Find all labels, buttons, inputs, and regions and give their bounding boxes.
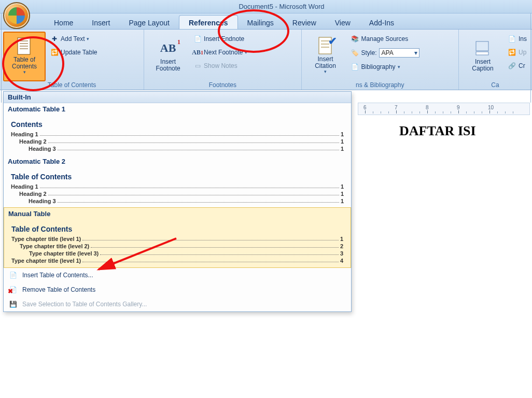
chevron-down-icon: ▾ [87,36,89,41]
table-of-contents-button[interactable]: Table of Contents ▾ [3,32,46,81]
add-text-icon: ✚ [50,35,59,43]
svg-rect-9 [476,41,488,51]
group-label-captions: Ca [462,81,528,90]
gallery-item-auto1[interactable]: Automatic Table 1 Contents Heading 11Hea… [4,103,351,155]
toc-preview-row: Type chapter title (level 2)2 [8,243,346,250]
endnote-icon: 📄 [193,35,202,43]
tab-mailings[interactable]: Mailings [238,16,283,29]
tab-page-layout[interactable]: Page Layout [119,16,179,29]
add-text-button[interactable]: ✚ Add Text ▾ [49,34,99,44]
update-table-button[interactable]: 🔁 Update Table [49,47,99,58]
insert-caption-label: Insert Caption [472,59,493,72]
doc-icon: 📄 [508,35,516,43]
checkmark-icon: ✔ [328,35,337,47]
style-label: Style: [361,49,377,56]
gallery-item-auto2[interactable]: Automatic Table 2 Table of Contents Head… [4,155,351,208]
toc-preview-row: Type chapter title (level 1)1 [8,235,346,243]
window-title: Document5 - Microsoft Word [239,3,324,10]
office-button[interactable] [3,2,30,29]
caption-icon [474,40,491,56]
gallery-item-subtitle: Contents [8,117,347,131]
ribbon-tabs: Home Insert Page Layout References Maili… [0,13,532,30]
insert-endnote-label: Insert Endnote [204,35,244,42]
tab-view[interactable]: View [326,16,360,29]
remove-icon: 📄✖ [9,286,17,294]
update-table-label: Update Table [61,49,97,56]
next-footnote-label: Next Footnote [204,49,243,56]
insert-toc-label: Insert Table of Contents... [22,272,93,279]
show-notes-label: Show Notes [204,62,237,69]
insert-footnote-label: Insert Footnote [156,59,180,72]
insert-footnote-button[interactable]: AB1 Insert Footnote [147,32,189,80]
tab-review[interactable]: Review [283,16,326,29]
up-label: Up [519,49,526,56]
chevron-down-icon: ▾ [245,50,247,55]
tab-references[interactable]: References [179,15,238,29]
insert-citation-button[interactable]: ✔ Insert Citation ▾ [305,32,346,80]
bibliography-icon: 📄 [351,63,359,71]
ins-label: Ins [519,35,527,42]
toc-preview-row: Heading 21 [8,190,347,197]
gallery-item-title: Manual Table [8,209,346,222]
document-heading: DAFTAR ISI [399,123,476,139]
chevron-down-icon: ▾ [398,64,400,69]
toc-preview-row: Heading 11 [8,131,347,138]
gallery-section-builtin: Built-In [4,92,351,103]
style-icon: 🏷️ [351,49,359,57]
ribbon: Table of Contents ▾ ✚ Add Text ▾ 🔁 Updat… [0,30,532,90]
insert-citation-label: Insert Citation [315,56,336,69]
gallery-footer: 📄 Insert Table of Contents... 📄✖ Remove … [4,267,351,311]
ruler[interactable]: 678910 [358,103,530,115]
gallery-item-subtitle: Table of Contents [8,222,346,235]
show-notes-icon: ▭ [193,62,202,70]
manage-sources-label: Manage Sources [361,35,409,42]
insert-caption-button[interactable]: Insert Caption [462,32,503,80]
bibliography-button[interactable]: 📄 Bibliography ▾ [349,62,421,72]
remove-toc-menu[interactable]: 📄✖ Remove Table of Contents [4,282,351,297]
toc-button-label: Table of Contents [12,56,37,70]
gallery-item-manual[interactable]: Manual Table Table of Contents Type chap… [4,207,351,268]
tab-home[interactable]: Home [45,16,82,29]
gallery-item-title: Automatic Table 2 [8,157,347,169]
toc-gallery: Built-In Automatic Table 1 Contents Head… [3,91,352,312]
update-icon: 🔁 [508,48,516,56]
toc-preview-row: Type chapter title (level 1)4 [8,257,346,264]
toc-preview-row: Heading 31 [8,197,347,205]
remove-toc-label: Remove Table of Contents [22,286,95,293]
footnote-icon: AB1 [160,40,176,56]
style-combo[interactable]: APA [379,48,419,58]
add-text-label: Add Text [61,35,85,42]
save-toc-label: Save Selection to Table of Contents Gall… [22,301,147,308]
gallery-item-title: Automatic Table 1 [8,104,347,117]
manage-sources-button[interactable]: 📚 Manage Sources [349,34,421,44]
next-footnote-icon: AB1 [193,48,202,56]
gallery-item-subtitle: Table of Contents [8,169,347,183]
group-label-toc: Table of Contents [3,81,141,90]
chevron-down-icon: ▾ [324,69,327,75]
toc-icon [16,38,33,54]
chevron-down-icon: ▾ [23,70,26,75]
toc-preview-row: Heading 21 [8,138,347,145]
insert-tof-button[interactable]: 📄Ins [507,34,528,44]
toc-preview-row: Heading 31 [8,145,347,152]
tab-insert[interactable]: Insert [82,16,119,29]
tab-addins[interactable]: Add-Ins [360,16,403,29]
next-footnote-button[interactable]: AB1 Next Footnote ▾ [192,47,249,58]
save-icon: 💾 [9,300,17,308]
save-toc-menu: 💾 Save Selection to Table of Contents Ga… [4,297,351,311]
insert-toc-menu[interactable]: 📄 Insert Table of Contents... [4,268,351,282]
cr-label: Cr [519,62,525,69]
cross-reference-button[interactable]: 🔗Cr [507,61,528,71]
toc-preview-row: Type chapter title (level 3)3 [8,250,346,257]
show-notes-button: ▭ Show Notes [192,61,249,71]
title-bar: Document5 - Microsoft Word [0,0,532,13]
svg-rect-10 [476,52,488,55]
crossref-icon: 🔗 [508,62,516,70]
citation-style-control[interactable]: 🏷️ Style: APA [349,47,421,59]
toc-small-icon: 📄 [9,271,17,279]
insert-endnote-button[interactable]: 📄 Insert Endnote [192,34,249,44]
group-label-footnotes: Footnotes [147,81,298,90]
update-icon: 🔁 [50,48,59,56]
update-tof-button: 🔁Up [507,47,528,58]
toc-preview-row: Heading 11 [8,183,347,190]
